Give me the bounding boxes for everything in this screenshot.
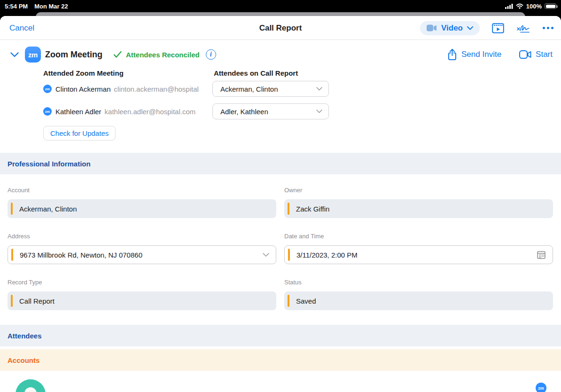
status-field: Saved: [284, 291, 553, 310]
zoom-meeting-title: Zoom Meeting: [45, 50, 102, 60]
field-value: 9673 Millbrook Rd, Newton, NJ 070860: [20, 251, 142, 259]
chevron-down-icon: [467, 26, 473, 30]
call-report-sheet: Cancel Call Report Video: [0, 16, 561, 392]
required-indicator: [11, 203, 13, 215]
info-button[interactable]: i: [206, 49, 216, 60]
field-status: Status Saved: [284, 279, 553, 310]
attendee-match-value: Ackerman, Clinton: [220, 85, 278, 93]
share-icon: [447, 48, 457, 61]
cancel-button[interactable]: Cancel: [9, 16, 34, 40]
more-button[interactable]: [543, 27, 553, 29]
attendee-match-value: Adler, Kathleen: [220, 108, 268, 116]
field-label: Account: [8, 187, 276, 194]
attendee-name: Kathleen Adler: [55, 108, 101, 116]
video-camera-icon: [519, 50, 531, 59]
start-label: Start: [536, 50, 553, 59]
nav-bar: Cancel Call Report Video: [0, 16, 561, 40]
field-datetime: Date and Time 3/11/2023, 2:00 PM: [284, 233, 553, 264]
field-value: Call Report: [19, 297, 55, 305]
field-record-type: Record Type Call Report: [8, 279, 276, 310]
person-icon: [24, 387, 37, 392]
field-account: Account Ackerman, Clinton: [8, 187, 276, 218]
attendee-email: clinton.ackerman@hospital: [114, 85, 199, 93]
field-owner: Owner Zack Giffin: [284, 187, 553, 218]
address-select[interactable]: 9673 Millbrook Rd, Newton, NJ 070860: [8, 245, 276, 264]
attendee-match-select[interactable]: Adler, Kathleen: [212, 103, 329, 119]
video-camera-icon: [427, 24, 437, 31]
account-field: Ackerman, Clinton: [8, 199, 276, 218]
video-mode-label: Video: [441, 24, 463, 33]
chevron-down-icon: [316, 87, 322, 91]
start-meeting-button[interactable]: Start: [519, 50, 553, 59]
battery-percent: 100%: [526, 3, 542, 10]
field-label: Owner: [284, 187, 553, 194]
cellular-signal-icon: [505, 4, 513, 9]
required-indicator: [288, 295, 289, 307]
status-date: Mon Mar 22: [34, 3, 68, 10]
zoom-attendee-icon: zm: [43, 85, 52, 93]
attendee-match-select[interactable]: Ackerman, Clinton: [212, 81, 329, 97]
section-attendees: Attendees: [0, 325, 561, 346]
chevron-down-icon: [10, 52, 19, 57]
calendar-icon[interactable]: [537, 250, 546, 259]
zoom-logo: zm: [25, 47, 41, 63]
field-address: Address 9673 Millbrook Rd, Newton, NJ 07…: [8, 233, 276, 264]
field-label: Date and Time: [284, 233, 553, 240]
record-type-field: Call Report: [8, 291, 276, 310]
zoom-participant-badge: zm: [536, 383, 546, 392]
app-root: 5:54 PM Mon Mar 22 100% Cancel Call Re: [0, 0, 561, 392]
media-presentation-button[interactable]: [492, 23, 504, 33]
send-invite-label: Send Invite: [461, 50, 501, 59]
attendee-row: zm Clinton Ackerman clinton.ackerman@hos…: [0, 81, 561, 97]
subsection-accounts: Accounts: [0, 349, 561, 371]
field-value: 3/11/2023, 2:00 PM: [296, 251, 358, 259]
attendees-on-call-report-header: Attendees on Call Report: [214, 69, 298, 77]
battery-icon: [545, 3, 556, 9]
collapse-section-button[interactable]: [10, 52, 19, 57]
page-title: Call Report: [259, 16, 302, 40]
status-time: 5:54 PM: [5, 3, 28, 10]
field-label: Record Type: [8, 279, 276, 286]
owner-field: Zack Giffin: [284, 199, 553, 218]
signature-icon: [516, 23, 530, 34]
field-value: Zack Giffin: [296, 205, 329, 213]
zoom-attendee-icon: zm: [43, 107, 52, 116]
chevron-down-icon: [263, 253, 269, 257]
section-title: Attendees: [8, 332, 42, 340]
required-indicator: [11, 249, 13, 261]
attendee-name: Clinton Ackerman: [55, 85, 111, 93]
wifi-icon: [516, 3, 523, 9]
field-value: Ackerman, Clinton: [19, 205, 77, 213]
checkmark-icon: [114, 51, 122, 58]
attendee-row: zm Kathleen Adler kathleen.adler@hospita…: [0, 103, 561, 119]
media-presentation-icon: [492, 23, 504, 33]
ellipsis-icon: [543, 27, 553, 29]
account-avatar[interactable]: [16, 379, 46, 392]
attended-zoom-meeting-header: Attended Zoom Meeting: [43, 69, 124, 77]
attendees-reconciled-status: Attendees Reconciled: [126, 51, 200, 59]
video-mode-button[interactable]: Video: [420, 21, 480, 35]
attendee-email: kathleen.adler@hospital.com: [105, 108, 196, 116]
zoom-meeting-header: zm Zoom Meeting Attendees Reconciled i S…: [10, 45, 553, 64]
section-title: Professional Information: [8, 160, 91, 168]
check-for-updates-button[interactable]: Check for Updates: [43, 126, 116, 141]
chevron-down-icon: [316, 110, 322, 113]
required-indicator: [288, 203, 289, 215]
subsection-title: Accounts: [8, 356, 39, 364]
required-indicator: [288, 249, 290, 261]
datetime-field[interactable]: 3/11/2023, 2:00 PM: [284, 245, 553, 264]
required-indicator: [11, 295, 13, 307]
status-bar: 5:54 PM Mon Mar 22 100%: [0, 0, 561, 12]
signature-button[interactable]: [516, 23, 530, 34]
field-label: Status: [284, 279, 553, 286]
send-invite-button[interactable]: Send Invite: [447, 48, 501, 61]
section-professional-information: Professional Information: [0, 153, 561, 174]
field-value: Saved: [296, 297, 316, 305]
field-label: Address: [8, 233, 276, 240]
